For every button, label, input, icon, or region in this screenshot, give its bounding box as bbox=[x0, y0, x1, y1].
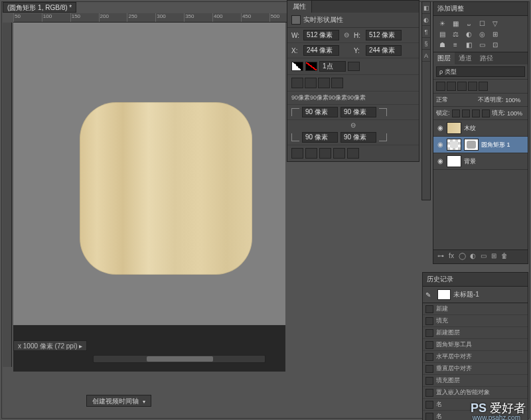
panel-icon[interactable]: ¶ bbox=[422, 26, 430, 38]
adjustment-layer-icon[interactable]: ◐ bbox=[468, 252, 477, 261]
filter-pixel-icon[interactable] bbox=[436, 82, 445, 91]
stroke-align-btn[interactable] bbox=[291, 78, 303, 88]
stroke-swatch[interactable] bbox=[305, 62, 317, 71]
adj-levels-icon[interactable]: ▦ bbox=[451, 20, 460, 28]
visibility-toggle-icon[interactable]: ◉ bbox=[436, 157, 444, 165]
stroke-style-dropdown[interactable] bbox=[348, 62, 360, 71]
stroke-width-field[interactable]: 1点 bbox=[319, 61, 346, 72]
group-icon[interactable]: ▭ bbox=[479, 252, 488, 261]
radius-bl[interactable]: 90 像素 bbox=[302, 132, 338, 143]
adj-invert-icon[interactable]: ☗ bbox=[437, 41, 447, 49]
adj-posterize-icon[interactable]: ≡ bbox=[451, 41, 460, 49]
layer-item-wood[interactable]: ◉ 木纹 bbox=[433, 120, 528, 137]
history-item[interactable]: 新建 bbox=[423, 303, 528, 315]
document-tab[interactable]: (圆角矩形 1, RGB/8) * bbox=[3, 2, 76, 13]
tab-layers[interactable]: 图层 bbox=[433, 52, 455, 64]
field-height[interactable]: 512 像素 bbox=[366, 30, 402, 40]
adj-photo-filter-icon[interactable]: ◎ bbox=[477, 31, 487, 38]
stroke-more-btn[interactable] bbox=[331, 78, 343, 88]
adj-hue-icon[interactable]: ▤ bbox=[437, 31, 447, 38]
adj-vibrance-icon[interactable]: ▽ bbox=[491, 20, 500, 28]
adj-balance-icon[interactable]: ⚖ bbox=[451, 31, 460, 38]
history-snapshot[interactable]: ✎ 未标题-1 bbox=[423, 287, 528, 303]
opacity-field[interactable]: 100% bbox=[505, 97, 525, 104]
radius-br[interactable]: 90 像素 bbox=[341, 132, 376, 143]
panel-icon[interactable]: ◧ bbox=[422, 2, 430, 14]
layer-name[interactable]: 圆角矩形 1 bbox=[481, 141, 510, 149]
filter-type-icon[interactable] bbox=[457, 82, 467, 91]
radius-tr[interactable]: 90 像素 bbox=[341, 107, 376, 117]
filter-smart-icon[interactable] bbox=[479, 82, 488, 91]
status-bar[interactable]: x 1000 像素 (72 ppi) ▸ bbox=[13, 340, 87, 351]
link-layers-icon[interactable]: ⊶ bbox=[436, 252, 445, 261]
new-layer-icon[interactable]: ⊞ bbox=[489, 252, 498, 261]
history-step-icon bbox=[425, 401, 433, 409]
adj-threshold-icon[interactable]: ◧ bbox=[464, 41, 473, 49]
row-width-height: W: 512 像素 ⊖ H: 512 像素 bbox=[287, 28, 419, 43]
lock-position-icon[interactable] bbox=[472, 109, 480, 117]
adj-curves-icon[interactable]: ⩊ bbox=[464, 20, 473, 28]
field-x[interactable]: 244 像素 bbox=[303, 45, 339, 56]
path-op-btn[interactable] bbox=[333, 148, 345, 159]
filter-shape-icon[interactable] bbox=[468, 82, 477, 91]
adj-bw-icon[interactable]: ◐ bbox=[464, 31, 473, 38]
history-item[interactable]: 置入嵌入的智能对象 bbox=[423, 387, 528, 399]
tab-properties[interactable]: 属性 bbox=[287, 1, 312, 13]
tab-channels[interactable]: 通道 bbox=[455, 52, 476, 64]
lock-pixels-icon[interactable] bbox=[462, 109, 470, 117]
history-item[interactable]: 垂直居中对齐 bbox=[423, 363, 528, 375]
link-radius-icon[interactable]: ⊖ bbox=[287, 120, 419, 130]
filter-adjust-icon[interactable] bbox=[447, 82, 456, 91]
history-item[interactable]: 水平居中对齐 bbox=[423, 351, 528, 363]
create-timeline-button[interactable]: 创建视频时间轴 bbox=[86, 395, 151, 407]
layers-tabs: 图层 通道 路径 bbox=[433, 52, 528, 64]
layer-item-background[interactable]: ◉ 背景 bbox=[433, 153, 528, 170]
ruler-vertical[interactable] bbox=[3, 23, 12, 367]
adj-brightness-icon[interactable]: ☀ bbox=[437, 20, 447, 28]
path-op-btn[interactable] bbox=[319, 148, 331, 159]
link-wh-icon[interactable]: ⊖ bbox=[342, 31, 351, 40]
visibility-toggle-icon[interactable]: ◉ bbox=[436, 124, 444, 132]
layer-style-icon[interactable]: fx bbox=[447, 252, 456, 261]
field-y[interactable]: 244 像素 bbox=[366, 45, 402, 56]
trash-icon[interactable]: 🗑 bbox=[500, 252, 509, 261]
layer-item-rounded-rect[interactable]: ◉ 圆角矩形 1 bbox=[433, 137, 528, 153]
history-brush-icon[interactable]: ✎ bbox=[425, 291, 435, 299]
scrollbar-horizontal[interactable] bbox=[93, 355, 266, 363]
history-label: 新建 bbox=[436, 305, 448, 313]
blend-mode-select[interactable]: 正常 bbox=[436, 96, 476, 104]
rounded-rectangle-shape[interactable] bbox=[80, 102, 252, 275]
layer-kind-select[interactable]: ρ 类型 bbox=[436, 66, 525, 77]
layer-name[interactable]: 背景 bbox=[464, 157, 476, 166]
fill-swatch[interactable] bbox=[291, 62, 303, 71]
panel-icon[interactable]: A bbox=[422, 50, 430, 62]
radius-tl[interactable]: 90 像素 bbox=[302, 107, 338, 117]
history-item[interactable]: 圆角矩形工具 bbox=[423, 339, 528, 351]
history-label: 新建图层 bbox=[436, 328, 460, 337]
adj-map-icon[interactable]: ▭ bbox=[477, 41, 487, 49]
adj-mixer-icon[interactable]: ⊞ bbox=[491, 31, 500, 38]
path-op-btn[interactable] bbox=[347, 148, 359, 159]
canvas[interactable] bbox=[13, 23, 285, 341]
history-item[interactable]: 填充 bbox=[423, 315, 528, 327]
field-width[interactable]: 512 像素 bbox=[303, 30, 339, 40]
adj-selective-icon[interactable]: ⊡ bbox=[491, 41, 500, 49]
lock-transparency-icon[interactable] bbox=[452, 109, 460, 117]
path-op-btn[interactable] bbox=[305, 148, 317, 159]
stroke-cap-btn[interactable] bbox=[305, 78, 317, 88]
lock-all-icon[interactable] bbox=[482, 109, 490, 117]
history-item[interactable]: 填充图层 bbox=[423, 375, 528, 387]
panel-icon[interactable]: ◐ bbox=[422, 14, 430, 26]
tab-paths[interactable]: 路径 bbox=[476, 52, 497, 64]
adj-exposure-icon[interactable]: ☐ bbox=[477, 20, 487, 28]
visibility-toggle-icon[interactable]: ◉ bbox=[436, 141, 444, 149]
radius-summary: 90像素90像素90像素90像素 bbox=[287, 92, 419, 105]
layer-name[interactable]: 木纹 bbox=[464, 124, 476, 133]
panel-icon[interactable]: § bbox=[422, 38, 430, 50]
layer-mask-icon[interactable]: ◯ bbox=[457, 252, 467, 261]
stroke-corner-btn[interactable] bbox=[318, 78, 330, 88]
path-op-btn[interactable] bbox=[291, 148, 303, 159]
scrollbar-thumb[interactable] bbox=[147, 356, 213, 362]
history-item[interactable]: 新建图层 bbox=[423, 327, 528, 339]
fill-field[interactable]: 100% bbox=[507, 110, 522, 117]
